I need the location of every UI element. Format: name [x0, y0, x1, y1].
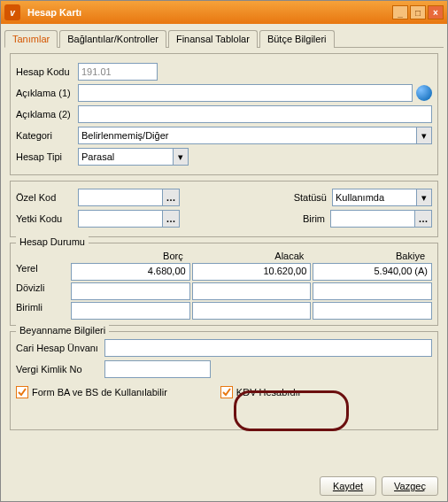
label-hesap-kodu: Hesap Kodu [16, 66, 78, 77]
yetki-kodu-lookup-button[interactable]: … [162, 210, 180, 228]
kategori-dropdown-button[interactable]: ▾ [416, 127, 432, 144]
tab-strip: Tanımlar Bağlantılar/Kontroller Finansal… [4, 29, 444, 48]
tab-finansal[interactable]: Finansal Tablolar [168, 30, 258, 48]
yerel-bakiye-cell: 5.940,00 (A) [313, 263, 432, 281]
legend-hesap-durumu: Hesap Durumu [16, 236, 89, 247]
birim-input[interactable] [330, 210, 415, 228]
form-ba-bs-checkbox[interactable]: Form BA ve BS de Kullanılabilir [16, 386, 167, 398]
group-codes: Özel Kod … Statüsü ▾ Yetki Kodu … Birim … [10, 181, 438, 237]
cari-unvan-input[interactable] [104, 339, 432, 357]
yerel-borc-cell: 4.680,00 [71, 263, 190, 281]
button-bar: Kaydet Vazgeç [320, 476, 438, 496]
aciklama2-input[interactable] [78, 105, 432, 123]
dovizli-borc-cell [71, 282, 190, 300]
tab-butce[interactable]: Bütçe Bilgileri [259, 30, 335, 48]
row-label-dovizli: Dövizli [16, 282, 69, 300]
yetki-kodu-input[interactable] [78, 210, 163, 228]
group-beyanname: Beyanname Bilgileri Cari Hesap Ünvanı Ve… [10, 331, 438, 430]
window-title: Hesap Kartı [27, 7, 390, 18]
hesap-kodu-input[interactable] [78, 63, 158, 81]
close-button[interactable]: × [428, 5, 444, 19]
globe-icon[interactable] [416, 85, 432, 101]
ellipsis-icon: … [419, 213, 429, 224]
col-header-alacak: Alacak [190, 251, 312, 261]
dovizli-bakiye-cell [313, 282, 432, 300]
birimli-alacak-cell [192, 302, 312, 320]
ozel-kod-lookup-button[interactable]: … [162, 189, 180, 206]
label-statusu: Statüsü [282, 192, 327, 203]
form-ba-bs-label: Form BA ve BS de Kullanılabilir [32, 387, 167, 398]
statusu-dropdown-button[interactable]: ▾ [416, 189, 432, 206]
kaydet-button[interactable]: Kaydet [320, 476, 376, 496]
label-kategori: Kategori [16, 130, 78, 141]
chevron-down-icon: ▾ [421, 130, 427, 142]
minimize-button[interactable]: _ [392, 5, 408, 19]
kdv-hesabi-checkbox[interactable]: KDV Hesabıdır [220, 386, 301, 398]
col-header-bakiye: Bakiye [311, 251, 432, 261]
ozel-kod-input[interactable] [78, 189, 163, 206]
dovizli-alacak-cell [192, 282, 312, 300]
ellipsis-icon: … [166, 192, 176, 203]
label-ozel-kod: Özel Kod [16, 192, 78, 203]
tab-tanimlar[interactable]: Tanımlar [4, 30, 58, 48]
check-icon [18, 388, 27, 397]
chevron-down-icon: ▾ [421, 192, 427, 204]
kdv-hesabi-label: KDV Hesabıdır [236, 387, 301, 398]
legend-beyanname: Beyanname Bilgileri [16, 325, 109, 336]
label-birim: Birim [281, 213, 325, 224]
label-cari-unvan: Cari Hesap Ünvanı [16, 343, 104, 353]
vazgec-button[interactable]: Vazgeç [382, 476, 438, 496]
maximize-button[interactable]: □ [410, 5, 426, 19]
titlebar: v Hesap Kartı _ □ × [1, 1, 447, 24]
group-hesap-durumu: Hesap Durumu Borç Alacak Bakiye Yerel 4.… [10, 243, 438, 326]
account-card-window: v Hesap Kartı _ □ × Tanımlar Bağlantılar… [0, 0, 448, 502]
label-aciklama2: Açıklama (2) [16, 109, 78, 120]
ellipsis-icon: … [166, 213, 176, 224]
label-yetki-kodu: Yetki Kodu [16, 213, 78, 224]
label-hesap-tipi: Hesap Tipi [16, 151, 78, 162]
yerel-alacak-cell: 10.620,00 [192, 263, 312, 281]
hesap-tipi-dropdown-button[interactable]: ▾ [173, 148, 189, 166]
app-logo-icon: v [4, 4, 20, 20]
birimli-bakiye-cell [313, 302, 432, 320]
chevron-down-icon: ▾ [178, 151, 183, 163]
birim-lookup-button[interactable]: … [414, 210, 432, 228]
statusu-select[interactable] [332, 189, 417, 206]
birimli-borc-cell [71, 302, 190, 320]
check-icon [222, 388, 231, 397]
label-vergi-kimlik: Vergi Kimlik No [16, 364, 104, 375]
hesap-tipi-select[interactable] [78, 148, 174, 166]
label-aciklama1: Açıklama (1) [16, 88, 78, 98]
tab-baglantilar[interactable]: Bağlantılar/Kontroller [59, 30, 166, 48]
row-label-yerel: Yerel [16, 263, 69, 281]
content-area: Hesap Kodu Açıklama (1) Açıklama (2) Kat… [1, 48, 447, 444]
group-definitions: Hesap Kodu Açıklama (1) Açıklama (2) Kat… [10, 53, 438, 175]
vergi-kimlik-input[interactable] [104, 360, 211, 378]
aciklama1-input[interactable] [78, 84, 413, 102]
col-header-borc: Borç [69, 251, 190, 261]
row-label-birimli: Birimli [16, 302, 69, 320]
kategori-select[interactable] [78, 127, 417, 144]
